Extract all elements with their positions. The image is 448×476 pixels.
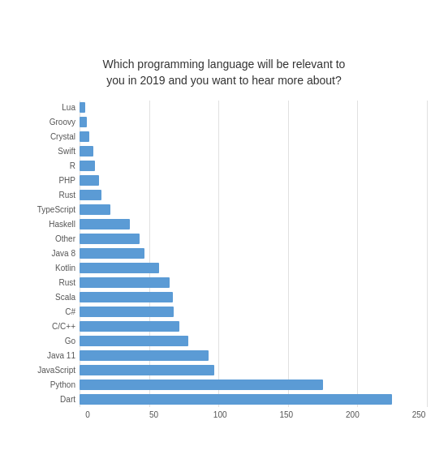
bar (80, 277, 170, 288)
bar (80, 234, 140, 244)
bar-row (80, 378, 427, 392)
x-tick-label: 100 (212, 410, 228, 419)
y-label: JavaScript (21, 363, 80, 378)
grid-line (427, 101, 428, 407)
bar (80, 219, 130, 229)
chart-container: Which programming language will be relev… (13, 49, 435, 427)
bar (80, 204, 110, 215)
y-label: Lua (21, 101, 80, 115)
bar-row (80, 130, 427, 144)
bar-row (80, 144, 427, 159)
y-label: Swift (21, 144, 80, 159)
bar-row (80, 174, 427, 188)
y-label: Other (21, 232, 80, 247)
bar (80, 365, 214, 375)
bar (80, 380, 323, 390)
x-tick-label: 250 (411, 410, 427, 419)
y-label: PHP (21, 174, 80, 188)
bar (80, 102, 85, 113)
bar-row (80, 290, 427, 305)
x-tick-label: 50 (146, 410, 162, 419)
bar (80, 175, 99, 186)
bar-row (80, 305, 427, 319)
bar (80, 161, 95, 171)
bar-row (80, 159, 427, 174)
y-label: Python (21, 378, 80, 392)
bar-row (80, 247, 427, 261)
bar-row (80, 276, 427, 290)
y-label: TypeScript (21, 203, 80, 217)
y-label: Java 11 (21, 349, 80, 363)
bar-row (80, 232, 427, 247)
bar (80, 307, 174, 317)
bar-row (80, 363, 427, 378)
chart-area: DartPythonJavaScriptJava 11GoC/C++C#Scal… (21, 101, 427, 407)
bar-row (80, 188, 427, 203)
x-tick-label: 150 (278, 410, 295, 419)
bar (80, 263, 159, 273)
y-label: R (21, 159, 80, 174)
bar-row (80, 115, 427, 130)
y-label: Scala (21, 290, 80, 305)
bar (80, 321, 179, 332)
x-tick-label: 0 (80, 410, 96, 419)
chart-title: Which programming language will be relev… (21, 57, 427, 88)
bar (80, 248, 144, 259)
y-label: Java 8 (21, 247, 80, 261)
y-label: Groovy (21, 115, 80, 130)
y-label: Haskell (21, 217, 80, 232)
bar (80, 292, 173, 302)
x-axis-row: 050100150200250 (21, 410, 427, 419)
y-label: Rust (21, 276, 80, 290)
bar-row (80, 334, 427, 349)
bar-row (80, 217, 427, 232)
y-label: Rust (21, 188, 80, 203)
bar-row (80, 261, 427, 276)
bar-row (80, 101, 427, 115)
y-label: Dart (21, 392, 80, 407)
y-label: Crystal (21, 130, 80, 144)
bars-area (80, 101, 427, 407)
y-label: Kotlin (21, 261, 80, 276)
bar (80, 117, 87, 127)
y-label: C/C++ (21, 319, 80, 334)
bar (80, 146, 93, 157)
bar (80, 131, 89, 142)
bar-row (80, 392, 427, 407)
bar-row (80, 349, 427, 363)
bar (80, 350, 209, 361)
x-tick-label: 200 (344, 410, 360, 419)
bar (80, 190, 101, 200)
y-label: C# (21, 305, 80, 319)
y-label: Go (21, 334, 80, 349)
bar (80, 394, 392, 405)
bar-row (80, 319, 427, 334)
bar-row (80, 203, 427, 217)
bar (80, 336, 188, 346)
y-labels: DartPythonJavaScriptJava 11GoC/C++C#Scal… (21, 101, 80, 407)
